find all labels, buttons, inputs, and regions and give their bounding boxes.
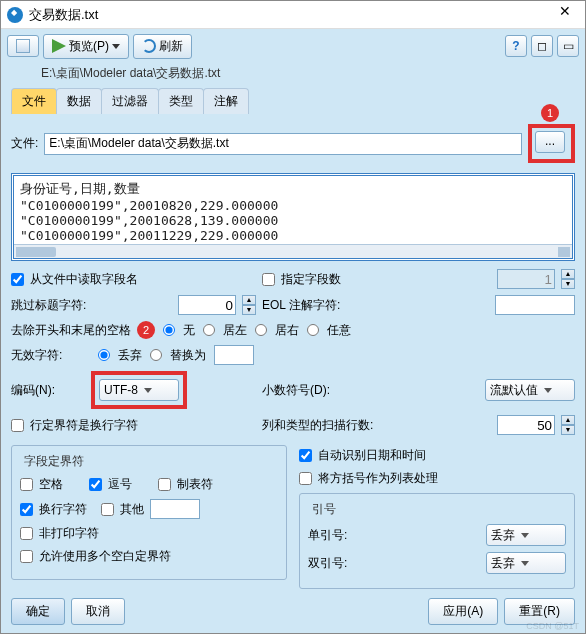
skip-header-label: 跳过标题字符:	[11, 297, 86, 314]
auto-date-label: 自动识别日期和时间	[318, 447, 426, 464]
specify-fields-check[interactable]	[262, 273, 275, 286]
refresh-icon	[142, 39, 156, 53]
quotes-legend: 引号	[308, 501, 340, 518]
specify-fields-label: 指定字段数	[281, 271, 341, 288]
double-quote-label: 双引号:	[308, 555, 347, 572]
spin-up[interactable]: ▲	[242, 295, 256, 305]
specify-fields-value	[497, 269, 555, 289]
double-quote-combo[interactable]: 丢弃	[486, 552, 566, 574]
invalid-discard-label: 丢弃	[118, 347, 142, 364]
delim-space-check[interactable]	[20, 478, 33, 491]
path-display: E:\桌面\Modeler data\交易数据.txt	[1, 63, 585, 88]
strip-right-radio[interactable]	[255, 324, 267, 336]
file-row: 1 文件: ...	[11, 124, 575, 163]
tab-filter[interactable]: 过滤器	[101, 88, 159, 114]
spin-down[interactable]: ▼	[561, 279, 575, 289]
toolbar: 预览(P) 刷新 ? ◻ ▭	[1, 29, 585, 63]
invalid-replace-radio[interactable]	[150, 349, 162, 361]
decimal-combo[interactable]: 流默认值	[485, 379, 575, 401]
document-icon	[16, 39, 30, 53]
h-scrollbar[interactable]	[14, 244, 572, 258]
strip-none-radio[interactable]	[163, 324, 175, 336]
preview-line: "C0100000199",20010628,139.000000	[20, 213, 566, 228]
preview-button[interactable]: 预览(P)	[43, 34, 129, 59]
auto-date-check[interactable]	[299, 449, 312, 462]
delim-comma-check[interactable]	[89, 478, 102, 491]
eol-comment-input[interactable]	[495, 295, 575, 315]
strip-left-radio[interactable]	[203, 324, 215, 336]
delim-other-input	[150, 499, 200, 519]
chevron-down-icon	[144, 388, 152, 393]
decimal-value: 流默认值	[490, 382, 538, 399]
delim-space-label: 空格	[39, 476, 63, 493]
ok-button[interactable]: 确定	[11, 598, 65, 625]
tab-annotation[interactable]: 注解	[203, 88, 249, 114]
single-quote-label: 单引号:	[308, 527, 347, 544]
preview-label: 预览(P)	[69, 38, 109, 55]
read-fieldnames-check[interactable]	[11, 273, 24, 286]
watermark: CSDN @51T	[526, 621, 579, 631]
callout-2: 2	[137, 321, 155, 339]
app-icon	[7, 7, 23, 23]
help-button[interactable]: ?	[505, 35, 527, 57]
bracket-list-check[interactable]	[299, 472, 312, 485]
single-quote-value: 丢弃	[491, 527, 515, 544]
delimiter-legend: 字段定界符	[20, 453, 88, 470]
apply-button[interactable]: 应用(A)	[428, 598, 498, 625]
invalid-replace-input[interactable]	[214, 345, 254, 365]
row-delim-label: 行定界符是换行字符	[30, 417, 138, 434]
spin-up[interactable]: ▲	[561, 269, 575, 279]
window-title: 交易数据.txt	[29, 6, 551, 24]
spin-down[interactable]: ▼	[242, 305, 256, 315]
chevron-down-icon	[112, 44, 120, 49]
preview-line: "C0100000199",20011229,229.000000	[20, 228, 566, 243]
quotes-fieldset: 引号 单引号: 丢弃 双引号: 丢弃	[299, 493, 575, 589]
file-input[interactable]	[44, 133, 522, 155]
bracket-list-label: 将方括号作为列表处理	[318, 470, 438, 487]
chevron-down-icon	[521, 561, 529, 566]
strip-label: 去除开头和末尾的空格	[11, 322, 131, 339]
browse-button[interactable]: ...	[535, 131, 565, 153]
spin-down[interactable]: ▼	[561, 425, 575, 435]
chevron-down-icon	[544, 388, 552, 393]
refresh-label: 刷新	[159, 38, 183, 55]
invalid-discard-radio[interactable]	[98, 349, 110, 361]
spin-up[interactable]: ▲	[561, 415, 575, 425]
delim-multiblank-label: 允许使用多个空白定界符	[39, 548, 171, 565]
delim-tab-check[interactable]	[158, 478, 171, 491]
tab-file[interactable]: 文件	[11, 88, 57, 114]
eol-comment-label: EOL 注解字符:	[262, 297, 340, 314]
window-expand-button[interactable]: ▭	[557, 35, 579, 57]
encoding-combo[interactable]: UTF-8	[99, 379, 179, 401]
file-label: 文件:	[11, 135, 38, 152]
delim-other-label: 其他	[120, 501, 144, 518]
strip-left-label: 居左	[223, 322, 247, 339]
document-button[interactable]	[7, 35, 39, 57]
tab-type[interactable]: 类型	[158, 88, 204, 114]
window-square-button[interactable]: ◻	[531, 35, 553, 57]
delim-nonprint-check[interactable]	[20, 527, 33, 540]
tab-data[interactable]: 数据	[56, 88, 102, 114]
delim-nonprint-label: 非打印字符	[39, 525, 99, 542]
scan-value[interactable]	[497, 415, 555, 435]
skip-header-value[interactable]	[178, 295, 236, 315]
titlebar: 交易数据.txt ✕	[1, 1, 585, 29]
delim-other-check[interactable]	[101, 503, 114, 516]
strip-none-label: 无	[183, 322, 195, 339]
delim-multiblank-check[interactable]	[20, 550, 33, 563]
strip-any-label: 任意	[327, 322, 351, 339]
row-delim-check[interactable]	[11, 419, 24, 432]
scan-label: 列和类型的扫描行数:	[262, 417, 373, 434]
refresh-button[interactable]: 刷新	[133, 34, 192, 59]
preview-line: 身份证号,日期,数量	[20, 180, 566, 198]
cancel-button[interactable]: 取消	[71, 598, 125, 625]
strip-any-radio[interactable]	[307, 324, 319, 336]
double-quote-value: 丢弃	[491, 555, 515, 572]
delim-newline-check[interactable]	[20, 503, 33, 516]
preview-pane: 身份证号,日期,数量 "C0100000199",20010820,229.00…	[11, 173, 575, 261]
dialog-window: 交易数据.txt ✕ 预览(P) 刷新 ? ◻ ▭ E:\桌面\Modeler …	[0, 0, 586, 634]
callout-1: 1	[541, 104, 559, 122]
close-button[interactable]: ✕	[551, 3, 579, 27]
single-quote-combo[interactable]: 丢弃	[486, 524, 566, 546]
tab-body: 1 文件: ... 身份证号,日期,数量 "C0100000199",20010…	[1, 114, 585, 599]
